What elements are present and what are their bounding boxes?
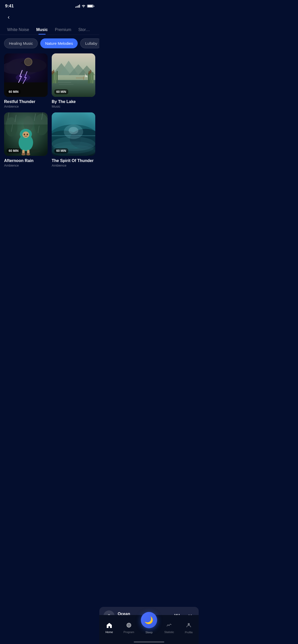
header: ‹ [0, 11, 99, 26]
category-pills: Healing Music Nature Melodies Lullaby Bi… [0, 38, 99, 53]
subtitle-rain: Ambience [4, 164, 48, 167]
card-spirit-of-thunder[interactable]: 60 MIN The Spirit Of Thunder Ambience [52, 112, 95, 167]
music-grid: 60 MIN Restful Thunder Ambience [0, 53, 99, 167]
back-arrow-icon: ‹ [8, 14, 9, 21]
svg-rect-61 [52, 135, 95, 136]
svg-rect-50 [4, 112, 48, 125]
status-icons [75, 4, 94, 8]
svg-point-39 [26, 134, 28, 135]
battery-icon [87, 5, 94, 8]
subtitle-spirit: Ambience [52, 164, 95, 167]
tab-whitenoise[interactable]: White Noise [4, 26, 32, 34]
status-bar: 9:41 [0, 0, 99, 11]
duration-rain: 60 MIN [7, 148, 21, 153]
title-spirit: The Spirit Of Thunder [52, 158, 95, 163]
subtitle-thunder: Ambience [4, 105, 48, 108]
card-by-the-lake[interactable]: 60 MIN By The Lake Music [52, 53, 95, 108]
tab-premium[interactable]: Premium [52, 26, 74, 34]
card-restful-thunder[interactable]: 60 MIN Restful Thunder Ambience [4, 53, 48, 108]
duration-spirit: 60 MIN [54, 148, 68, 153]
wifi-icon [82, 4, 86, 8]
svg-rect-22 [76, 78, 84, 78]
svg-point-60 [69, 127, 78, 134]
svg-point-29 [90, 70, 91, 74]
thumb-restful-thunder: 60 MIN [4, 53, 48, 97]
title-rain: Afternoon Rain [4, 158, 48, 163]
duration-lake: 60 MIN [54, 89, 68, 94]
tab-underline [0, 35, 99, 35]
title-lake: By The Lake [52, 99, 95, 104]
subtitle-lake: Music [52, 105, 95, 108]
title-thunder: Restful Thunder [4, 99, 48, 104]
svg-point-6 [16, 74, 30, 81]
pill-nature[interactable]: Nature Melodies [40, 38, 78, 48]
svg-rect-17 [55, 72, 56, 83]
back-button[interactable]: ‹ [4, 13, 13, 22]
svg-point-38 [24, 134, 25, 135]
svg-point-37 [22, 131, 29, 138]
thumb-spirit-of-thunder: 60 MIN [52, 112, 95, 156]
signal-icon [75, 5, 80, 8]
thumb-afternoon-rain: 60 MIN [4, 112, 48, 156]
tab-navigation: White Noise Music Premium Stor… [0, 26, 99, 35]
svg-point-42 [21, 153, 25, 156]
thumb-by-the-lake: 60 MIN [52, 53, 95, 97]
svg-rect-23 [83, 76, 84, 80]
svg-point-5 [24, 58, 32, 66]
pill-lullaby[interactable]: Lullaby [80, 38, 99, 48]
svg-point-28 [88, 71, 90, 75]
svg-rect-18 [57, 71, 58, 83]
duration-thunder: 60 MIN [7, 89, 21, 94]
svg-rect-21 [92, 72, 94, 83]
svg-point-27 [53, 70, 55, 74]
pill-healing[interactable]: Healing Music [4, 38, 38, 48]
card-afternoon-rain[interactable]: 60 MIN Afternoon Rain Ambience [4, 112, 48, 167]
tab-stories[interactable]: Stor… [75, 26, 93, 34]
tab-music[interactable]: Music [33, 26, 51, 34]
status-time: 9:41 [5, 4, 14, 9]
svg-point-43 [26, 153, 30, 156]
